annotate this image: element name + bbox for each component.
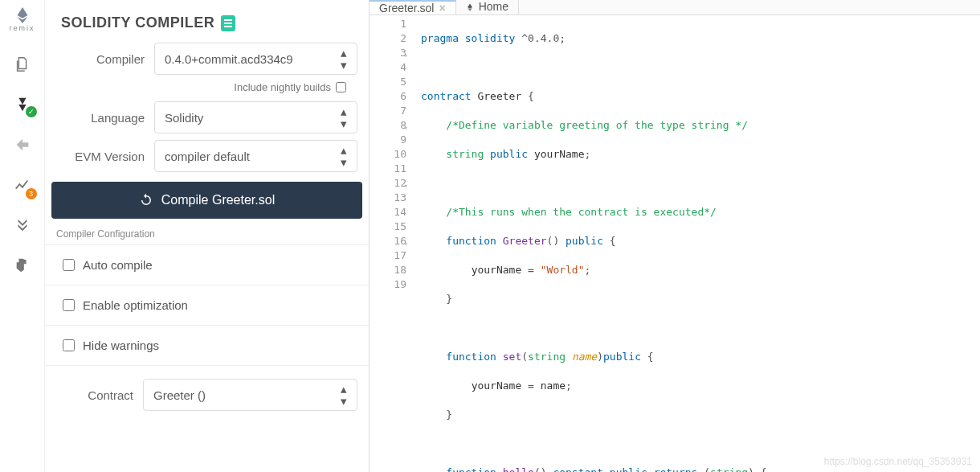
compiler-panel: SOLIDITY COMPILER Compiler 0.4.0+commit.… — [45, 0, 370, 472]
hide-warnings-checkbox[interactable] — [63, 339, 75, 351]
icon-rail: remix ✓ 3 — [0, 0, 45, 472]
tab-label: Greeter.sol — [379, 2, 434, 14]
code-content[interactable]: pragma solidity ^0.4.0; contract Greeter… — [413, 15, 980, 472]
contract-select[interactable]: Greeter () ▴▾ — [143, 379, 357, 411]
ethereum-icon — [466, 2, 474, 13]
chevron-updown-icon: ▴▾ — [341, 383, 347, 407]
chevron-updown-icon: ▴▾ — [341, 144, 347, 168]
language-select[interactable]: Solidity ▴▾ — [154, 101, 357, 133]
optimization-checkbox[interactable] — [63, 299, 75, 311]
tab-bar: Greeter.sol × Home — [370, 0, 980, 15]
contract-value: Greeter () — [153, 388, 206, 402]
tab-greeter[interactable]: Greeter.sol × — [370, 0, 456, 14]
deploy-run-icon[interactable] — [11, 133, 34, 156]
config-header: Compiler Configuration — [45, 228, 369, 244]
hide-warnings-label: Hide warnings — [83, 339, 159, 352]
chevron-updown-icon: ▴▾ — [341, 47, 347, 71]
evm-label: EVM Version — [56, 150, 145, 163]
language-value: Solidity — [165, 111, 203, 125]
plugin-manager-icon[interactable] — [11, 254, 34, 277]
compiler-value: 0.4.0+commit.acd334c9 — [165, 52, 293, 66]
compiler-select[interactable]: 0.4.0+commit.acd334c9 ▴▾ — [154, 43, 357, 75]
check-badge-icon: ✓ — [26, 106, 37, 117]
tab-home[interactable]: Home — [456, 0, 519, 14]
compile-button-label: Compile Greeter.sol — [161, 193, 275, 207]
solidity-compiler-icon[interactable]: ✓ — [11, 93, 34, 116]
auto-compile-label: Auto compile — [83, 258, 153, 272]
chevron-updown-icon: ▴▾ — [341, 105, 347, 129]
doc-icon[interactable] — [221, 15, 235, 31]
testing-icon[interactable] — [11, 214, 34, 236]
file-explorer-icon[interactable] — [11, 53, 34, 76]
remix-logo[interactable]: remix — [8, 6, 37, 35]
warning-badge: 3 — [26, 188, 37, 199]
code-editor[interactable]: 1 2 3▾ 4 5 6 7 8▾ 9 10 11 12▾ 13 14 15 1… — [370, 15, 980, 472]
close-icon[interactable]: × — [439, 2, 445, 14]
analysis-icon[interactable]: 3 — [11, 174, 34, 196]
evm-value: compiler default — [165, 150, 250, 163]
nightly-label: Include nightly builds — [234, 81, 331, 93]
editor-area: Greeter.sol × Home 1 2 3▾ 4 5 6 7 — [370, 0, 980, 472]
optimization-label: Enable optimization — [83, 298, 188, 312]
contract-label: Contract — [56, 388, 133, 402]
brand-text: remix — [10, 24, 35, 32]
auto-compile-checkbox[interactable] — [63, 259, 75, 271]
compiler-label: Compiler — [56, 52, 145, 66]
config-list: Auto compile Enable optimization Hide wa… — [45, 244, 369, 366]
refresh-icon — [139, 193, 153, 207]
evm-select[interactable]: compiler default ▴▾ — [154, 140, 357, 172]
compile-button[interactable]: Compile Greeter.sol — [51, 182, 362, 219]
ethereum-icon — [14, 6, 31, 24]
line-gutter: 1 2 3▾ 4 5 6 7 8▾ 9 10 11 12▾ 13 14 15 1… — [370, 15, 413, 472]
panel-title: SOLIDITY COMPILER — [61, 14, 214, 31]
panel-header: SOLIDITY COMPILER — [45, 0, 369, 43]
language-label: Language — [56, 111, 145, 125]
nightly-checkbox[interactable] — [336, 82, 346, 92]
tab-home-label: Home — [479, 1, 508, 13]
